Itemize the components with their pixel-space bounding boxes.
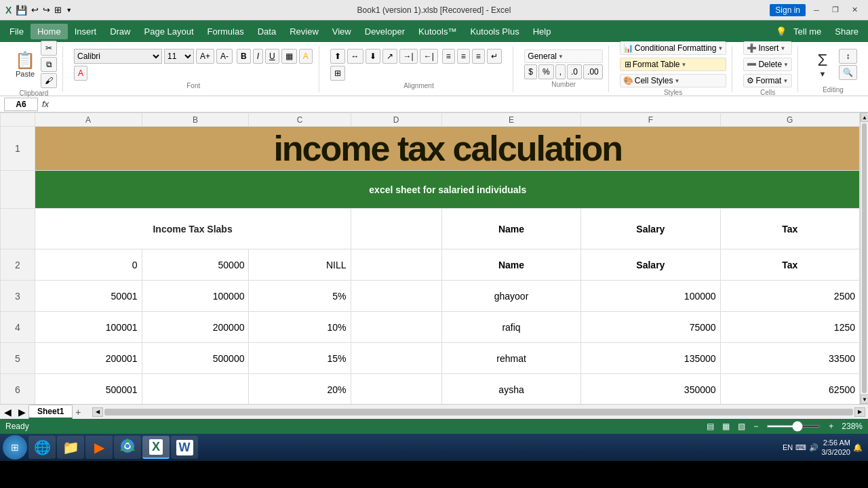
restore-button[interactable]: ❐ (827, 3, 844, 17)
system-clock[interactable]: 2:56 AM 3/3/2020 (821, 438, 850, 458)
menu-insert[interactable]: Insert (68, 24, 104, 39)
zoom-slider[interactable] (766, 425, 821, 428)
scroll-down-button[interactable]: ▼ (861, 394, 868, 404)
cell-g3[interactable]: 2500 (720, 281, 859, 312)
col-header-f[interactable]: F (581, 113, 720, 127)
col-header-a[interactable]: A (35, 113, 142, 127)
indent-increase-button[interactable]: →| (399, 49, 418, 64)
dec-decimal-button[interactable]: .00 (583, 64, 603, 79)
sheet-scroll-right[interactable]: ▶ (16, 407, 28, 418)
align-top-button[interactable]: ⬆ (330, 49, 345, 64)
bold-button[interactable]: B (237, 49, 251, 64)
cell-g2[interactable]: Tax (720, 249, 859, 281)
page-break-icon[interactable]: ▧ (738, 422, 745, 431)
paste-button[interactable]: 📋 Paste (11, 44, 39, 85)
cell-b4[interactable]: 200000 (142, 312, 249, 343)
save-icon[interactable]: 💾 (16, 5, 27, 16)
section-header-cell[interactable]: Income Tax Slabs (35, 209, 351, 249)
cell-a3[interactable]: 50001 (35, 281, 142, 312)
decrease-font-button[interactable]: A- (216, 49, 233, 64)
insert-cells-button[interactable]: ➕ Insert ▼ (743, 41, 792, 55)
autosum-button[interactable]: Σ ▼ (809, 44, 836, 85)
tell-me-button[interactable]: Tell me (787, 24, 828, 39)
minimize-button[interactable]: ─ (808, 3, 825, 17)
cell-b2[interactable]: 50000 (142, 249, 249, 281)
conditional-formatting-button[interactable]: 📊 Conditional Formatting ▼ (620, 41, 727, 55)
signin-button[interactable]: Sign in (770, 4, 806, 16)
menu-view[interactable]: View (326, 24, 358, 39)
cell-e5[interactable]: rehmat (441, 343, 580, 374)
format-painter-button[interactable]: 🖌 (41, 73, 57, 88)
comma-button[interactable]: , (555, 64, 566, 79)
cell-c6[interactable]: 20% (249, 374, 351, 405)
hscroll-left[interactable]: ◀ (92, 407, 103, 417)
italic-button[interactable]: I (253, 49, 263, 64)
taskbar-excel[interactable]: X (142, 436, 170, 459)
hscroll-thumb[interactable] (104, 409, 853, 415)
undo-icon[interactable]: ↩ (31, 5, 39, 15)
redo-icon[interactable]: ↪ (43, 5, 50, 15)
border-button[interactable]: ▦ (281, 49, 297, 64)
col-header-c[interactable]: C (249, 113, 351, 127)
number-format-select[interactable]: General ▼ (524, 49, 602, 63)
cut-button[interactable]: ✂ (41, 41, 57, 56)
menu-developer[interactable]: Developer (358, 24, 412, 39)
align-center-button[interactable]: ≡ (457, 49, 470, 64)
format-cells-button[interactable]: ⚙ Format ▼ (743, 74, 792, 87)
cell-e2[interactable]: Name (441, 249, 580, 281)
page-layout-icon[interactable]: ▦ (722, 422, 730, 431)
underline-button[interactable]: U (265, 49, 279, 64)
align-left-button[interactable]: ≡ (442, 49, 455, 64)
taskbar-word[interactable]: W (171, 436, 198, 459)
menu-kutools-plus[interactable]: Kutools Plus (463, 24, 526, 39)
qat-dropdown-icon[interactable]: ▼ (66, 7, 72, 14)
cell-f4[interactable]: 75000 (581, 312, 720, 343)
cell-g6[interactable]: 62500 (720, 374, 859, 405)
close-button[interactable]: ✕ (846, 3, 863, 17)
cell-f2[interactable]: Salary (581, 249, 720, 281)
taskbar-ie[interactable]: 🌐 (28, 436, 56, 459)
col-header-e[interactable]: E (441, 113, 580, 127)
menu-formulas[interactable]: Formulas (201, 24, 251, 39)
add-sheet-button[interactable]: + (73, 407, 83, 418)
menu-help[interactable]: Help (526, 24, 558, 39)
taskbar-chrome[interactable] (114, 436, 141, 459)
font-color-button[interactable]: A (74, 66, 87, 81)
col-header-g[interactable]: G (720, 113, 859, 127)
horizontal-scrollbar[interactable]: ◀ ▶ (90, 407, 868, 417)
cell-a2[interactable]: 0 (35, 249, 142, 281)
cell-c4[interactable]: 10% (249, 312, 351, 343)
grid-icon[interactable]: ⊞ (54, 5, 62, 15)
inc-decimal-button[interactable]: .0 (567, 64, 582, 79)
cell-b3[interactable]: 100000 (142, 281, 249, 312)
header-name[interactable]: Name (441, 209, 580, 249)
font-name-select[interactable]: Calibri (74, 49, 162, 64)
format-as-table-button[interactable]: ⊞ Format Table ▼ (620, 58, 727, 71)
col-header-b[interactable]: B (142, 113, 249, 127)
dollar-button[interactable]: $ (524, 64, 537, 79)
percent-button[interactable]: % (538, 64, 554, 79)
cell-e3[interactable]: ghayoor (441, 281, 580, 312)
cell-reference-input[interactable]: A6 (4, 98, 38, 111)
delete-cells-button[interactable]: ➖ Delete ▼ (743, 58, 792, 71)
vertical-scrollbar[interactable]: ▲ ▼ (860, 113, 868, 404)
sheet-scroll-left[interactable]: ◀ (0, 407, 16, 418)
cell-e4[interactable]: rafiq (441, 312, 580, 343)
sheet-tab-sheet1[interactable]: Sheet1 (28, 405, 73, 419)
wrap-text-button[interactable]: ↵ (487, 49, 502, 64)
align-bottom-button[interactable]: ⬇ (366, 49, 380, 64)
cell-f3[interactable]: 100000 (581, 281, 720, 312)
cell-g5[interactable]: 33500 (720, 343, 859, 374)
orientation-button[interactable]: ↗ (382, 49, 397, 64)
zoom-in-icon[interactable]: + (829, 422, 833, 431)
scroll-up-button[interactable]: ▲ (861, 113, 868, 122)
cell-a6[interactable]: 500001 (35, 374, 142, 405)
header-tax[interactable]: Tax (720, 209, 859, 249)
title-cell[interactable]: income tax calculation (35, 127, 859, 171)
find-select-button[interactable]: 🔍 (839, 65, 857, 80)
menu-file[interactable]: File (3, 24, 31, 39)
indent-decrease-button[interactable]: ←| (420, 49, 438, 64)
cell-g4[interactable]: 1250 (720, 312, 859, 343)
cell-f6[interactable]: 350000 (581, 374, 720, 405)
cell-f5[interactable]: 135000 (581, 343, 720, 374)
